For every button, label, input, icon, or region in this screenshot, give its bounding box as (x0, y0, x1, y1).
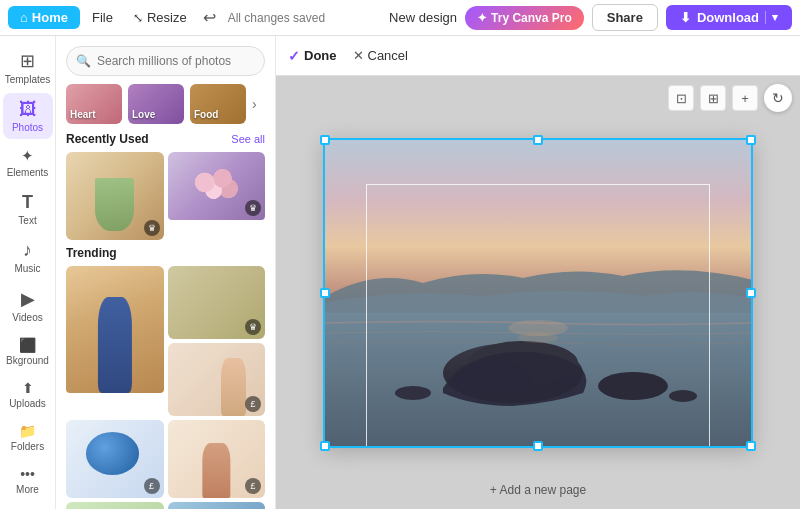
trending-section: Trending (56, 246, 275, 509)
music-label: Music (14, 263, 40, 274)
trending-grid: ♛ £ (66, 266, 265, 509)
canvas-refresh-button[interactable]: ↻ (764, 84, 792, 112)
landscape-photo (323, 138, 753, 448)
music-icon: ♪ (23, 240, 32, 261)
add-page-button[interactable]: + Add a new page (478, 479, 598, 501)
sidebar-item-videos[interactable]: ▶ Videos (3, 282, 53, 329)
sidebar-item-uploads[interactable]: ⬆ Uploads (3, 374, 53, 415)
resize-label: Resize (147, 10, 187, 25)
download-button[interactable]: ⬇ Download ▾ (666, 5, 792, 30)
cancel-label: Cancel (368, 48, 408, 63)
sidebar-item-music[interactable]: ♪ Music (3, 234, 53, 280)
uploads-label: Uploads (9, 398, 46, 409)
svg-point-7 (669, 390, 697, 402)
download-icon: ⬇ (680, 10, 691, 25)
photos-scroll-area[interactable]: Recently Used See all ♛ (56, 132, 275, 509)
trending-photo-4[interactable]: £ (66, 420, 164, 498)
canvas-image (323, 138, 753, 448)
topbar: ⌂ Home File ⤡ Resize ↩ All changes saved… (0, 0, 800, 36)
search-icon: 🔍 (76, 54, 91, 68)
category-food-label: Food (194, 109, 218, 120)
recent-photo-1-badge: ♛ (144, 220, 160, 236)
photos-panel: 🔍 Heart Love Food › Recently Used See al… (56, 36, 276, 509)
home-label: Home (32, 10, 68, 25)
text-icon: T (22, 192, 33, 213)
canvas-add-icon[interactable]: + (732, 85, 758, 111)
photos-icon: 🖼 (19, 99, 37, 120)
trending-header: Trending (66, 246, 265, 260)
trending-photo-5[interactable]: £ (168, 420, 266, 498)
sidebar-item-folders[interactable]: 📁 Folders (3, 417, 53, 458)
category-love[interactable]: Love (128, 84, 184, 124)
recently-used-title: Recently Used (66, 132, 149, 146)
background-icon: ⬛ (19, 337, 36, 353)
home-button[interactable]: ⌂ Home (8, 6, 80, 29)
add-page-bar: + Add a new page (276, 471, 800, 509)
sidebar-item-templates[interactable]: ⊞ Templates (3, 44, 53, 91)
topbar-right-actions: New design ✦ Try Canva Pro Share ⬇ Downl… (389, 4, 792, 31)
sidebar-item-more[interactable]: ••• More (3, 460, 53, 501)
sidebar-item-photos[interactable]: 🖼 Photos (3, 93, 53, 139)
recent-photo-2[interactable]: ♛ (168, 152, 266, 240)
home-icon: ⌂ (20, 10, 28, 25)
trending-photo-2-badge: ♛ (245, 319, 261, 335)
recent-photo-1[interactable]: ♛ (66, 152, 164, 240)
trending-photo-1[interactable] (66, 266, 164, 416)
canvas-page-icon[interactable]: ⊡ (668, 85, 694, 111)
more-label: More (16, 484, 39, 495)
trending-title: Trending (66, 246, 117, 260)
trending-photo-2[interactable]: ♛ (168, 266, 266, 339)
trending-right-col: ♛ £ (168, 266, 266, 416)
search-input[interactable] (66, 46, 265, 76)
trending-photo-3[interactable]: £ (168, 343, 266, 416)
share-button[interactable]: Share (592, 4, 658, 31)
cancel-button[interactable]: ✕ Cancel (353, 48, 408, 63)
file-menu-button[interactable]: File (84, 6, 121, 29)
canva-pro-star-icon: ✦ (477, 11, 487, 25)
recently-used-section: Recently Used See all ♛ (56, 132, 275, 246)
see-all-recently-button[interactable]: See all (231, 133, 265, 145)
resize-button[interactable]: ⤡ Resize (125, 6, 195, 29)
canva-pro-label: Try Canva Pro (491, 11, 572, 25)
done-button[interactable]: ✓ Done (288, 48, 337, 64)
canvas-workspace[interactable]: ⊡ ⊞ + ↻ (276, 76, 800, 509)
trending-photo-6[interactable] (66, 502, 164, 509)
canvas-toolbar: ✓ Done ✕ Cancel (276, 36, 800, 76)
done-label: Done (304, 48, 337, 63)
uploads-icon: ⬆ (22, 380, 34, 396)
canvas-top-icons: ⊡ ⊞ + ↻ (668, 84, 792, 112)
download-dropdown-arrow[interactable]: ▾ (765, 11, 778, 24)
elements-label: Elements (7, 167, 49, 178)
trending-photo-3-badge: £ (245, 396, 261, 412)
categories-more-icon[interactable]: › (252, 96, 257, 112)
videos-label: Videos (12, 312, 42, 323)
canvas-frame[interactable] (323, 138, 753, 448)
undo-button[interactable]: ↩ (199, 4, 220, 31)
trending-photo-7[interactable] (168, 502, 266, 509)
download-label: Download (697, 10, 759, 25)
sidebar-item-elements[interactable]: ✦ Elements (3, 141, 53, 184)
recently-used-grid: ♛ ♛ (66, 152, 265, 240)
trending-photo-5-badge: £ (245, 478, 261, 494)
svg-point-5 (598, 372, 668, 400)
category-food[interactable]: Food (190, 84, 246, 124)
new-design-button[interactable]: New design (389, 10, 457, 25)
category-heart-label: Heart (70, 109, 96, 120)
more-icon: ••• (20, 466, 35, 482)
try-canva-pro-button[interactable]: ✦ Try Canva Pro (465, 6, 584, 30)
sidebar-item-text[interactable]: T Text (3, 186, 53, 232)
done-check-icon: ✓ (288, 48, 300, 64)
cancel-x-icon: ✕ (353, 48, 364, 63)
svg-point-6 (395, 386, 431, 400)
templates-icon: ⊞ (20, 50, 35, 72)
trending-photo-4-badge: £ (144, 478, 160, 494)
search-box: 🔍 (66, 46, 265, 76)
category-heart[interactable]: Heart (66, 84, 122, 124)
sidebar-item-background[interactable]: ⬛ Bkground (3, 331, 53, 372)
resize-icon: ⤡ (133, 11, 143, 25)
canvas-grid-icon[interactable]: ⊞ (700, 85, 726, 111)
canvas-area: ✓ Done ✕ Cancel ⊡ ⊞ + ↻ (276, 36, 800, 509)
templates-label: Templates (5, 74, 51, 85)
svg-point-9 (518, 333, 558, 343)
category-love-label: Love (132, 109, 155, 120)
